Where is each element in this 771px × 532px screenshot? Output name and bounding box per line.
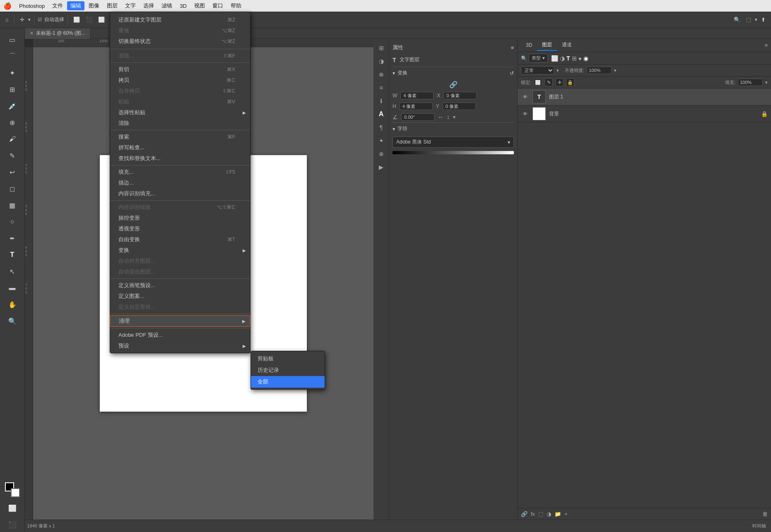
- menu-free-transform[interactable]: 自由变换 ⌘T: [110, 234, 250, 245]
- tab-3d[interactable]: 3D: [521, 41, 537, 50]
- align-right-icon[interactable]: ⬜: [96, 15, 107, 24]
- layer-comps-icon[interactable]: ≡: [376, 82, 387, 93]
- purge-clipboard[interactable]: 剪贴板: [251, 353, 325, 364]
- paragraph-icon[interactable]: ¶: [376, 122, 387, 133]
- purge-history[interactable]: 历史记录: [251, 364, 325, 376]
- menu-redo[interactable]: 重做 ⌥⌘Z: [110, 25, 250, 36]
- tab-layers[interactable]: 图层: [537, 40, 557, 51]
- menu-content-aware-scale[interactable]: 内容识别缩放 ⌥⇧⌘C: [110, 202, 250, 213]
- font-selector[interactable]: Adobe 黑体 Std ▾: [393, 137, 514, 148]
- menu-purge[interactable]: 清理: [110, 315, 250, 327]
- adjustments-icon[interactable]: ◑: [376, 55, 387, 67]
- link-icon[interactable]: 🔗: [449, 81, 458, 89]
- screen-mode-toggle[interactable]: ⬛: [5, 517, 20, 532]
- menu-transform[interactable]: 变换: [110, 245, 250, 256]
- info-icon[interactable]: ℹ: [376, 95, 387, 107]
- workspace-icon[interactable]: ⬚: [744, 15, 753, 24]
- document-tab[interactable]: ✕ 未标题-1 @ 60% (图...: [25, 28, 91, 39]
- menu-findreplace[interactable]: 查找和替换文本...: [110, 153, 250, 164]
- select-rectangle-tool[interactable]: ▭: [5, 32, 20, 47]
- transform-reset-icon[interactable]: ↺: [510, 70, 514, 76]
- menu-presets[interactable]: 预设: [110, 340, 250, 351]
- home-icon[interactable]: ⌂: [3, 15, 11, 24]
- y-input[interactable]: [443, 103, 476, 110]
- text-tool[interactable]: T: [5, 247, 20, 262]
- menu-image[interactable]: 图像: [85, 1, 103, 10]
- filter-toggle[interactable]: ◉: [583, 55, 588, 62]
- magic-wand-tool[interactable]: ✦: [5, 65, 20, 80]
- dodge-tool[interactable]: ○: [5, 214, 20, 229]
- auto-select-checkbox[interactable]: ☑: [38, 17, 42, 22]
- blend-mode-select[interactable]: 正常: [521, 66, 554, 74]
- properties-icon[interactable]: ⊞: [376, 42, 387, 54]
- add-mask-icon[interactable]: ⬚: [538, 511, 543, 517]
- menu-window[interactable]: 窗口: [209, 1, 226, 10]
- history-brush-tool[interactable]: ↩: [5, 165, 20, 180]
- foreground-background-colors[interactable]: [5, 482, 20, 497]
- angle-input[interactable]: [401, 113, 434, 121]
- delete-layer-icon[interactable]: 🗑: [762, 511, 768, 517]
- share-icon[interactable]: ⬆: [759, 15, 768, 24]
- layers-filter-type[interactable]: 类型 ▾: [529, 54, 548, 62]
- layer-visibility-icon-1[interactable]: 👁: [521, 94, 529, 100]
- timeline-label[interactable]: 时间轴: [752, 523, 766, 529]
- char-section-header[interactable]: ▾ 字符: [393, 122, 514, 135]
- menu-edit[interactable]: 编辑: [67, 1, 84, 10]
- lock-position-btn[interactable]: ✎: [545, 78, 553, 86]
- properties-menu-icon[interactable]: ≡: [511, 45, 514, 51]
- crop-tool[interactable]: ⊞: [5, 82, 20, 97]
- align-left-icon[interactable]: ⬜: [71, 15, 82, 24]
- quick-mask-toggle[interactable]: ⬜: [5, 501, 20, 515]
- transform-icon[interactable]: ⊕: [376, 148, 387, 160]
- opacity-dropdown-icon[interactable]: ▾: [614, 68, 617, 73]
- align-center-icon[interactable]: ⬛: [84, 15, 94, 24]
- fill-dropdown-icon[interactable]: ▾: [765, 80, 768, 85]
- fill-input[interactable]: [738, 79, 763, 86]
- layer-row-2[interactable]: 👁 背景 🔒: [518, 105, 771, 122]
- filter-shape-icon[interactable]: ⊞: [572, 55, 577, 62]
- menu-fill[interactable]: 填充... ⇧F5: [110, 167, 250, 177]
- lasso-tool[interactable]: ⌒: [5, 49, 20, 64]
- transform-section-header[interactable]: ▾ 变换 ↺: [393, 67, 514, 79]
- menu-copy[interactable]: 拷贝 ⌘C: [110, 75, 250, 86]
- filter-adj-icon[interactable]: ◑: [560, 55, 565, 62]
- flip-h-icon[interactable]: ↔: [438, 114, 443, 120]
- menu-cut[interactable]: 剪切 ⌘X: [110, 64, 250, 75]
- workspace-dropdown[interactable]: ▾: [755, 17, 757, 22]
- menu-select[interactable]: 选择: [140, 1, 157, 10]
- eraser-tool[interactable]: ◻: [5, 181, 20, 196]
- purge-all[interactable]: 全部: [251, 376, 325, 388]
- menu-puppet-warp[interactable]: 操控变形: [110, 213, 250, 223]
- search-icon[interactable]: 🔍: [732, 15, 742, 24]
- rectangle-shape-tool[interactable]: ▬: [5, 280, 20, 295]
- eyedropper-tool[interactable]: 💉: [5, 98, 20, 113]
- pen-tool[interactable]: ✒: [5, 231, 20, 246]
- menu-photoshop[interactable]: Photoshop: [16, 2, 48, 10]
- healing-tool[interactable]: ⊕: [5, 115, 20, 130]
- menu-auto-align[interactable]: 自动对齐图层...: [110, 256, 250, 266]
- add-style-icon[interactable]: fx: [531, 511, 535, 517]
- lock-pixels-btn[interactable]: ⬜: [534, 78, 542, 86]
- actions-icon[interactable]: ▶: [376, 161, 387, 173]
- menu-search[interactable]: 搜索 ⌘F: [110, 132, 250, 142]
- menu-pdf-presets[interactable]: Adobe PDF 预设...: [110, 330, 250, 340]
- zoom-tool[interactable]: 🔍: [5, 314, 20, 328]
- brush-tool[interactable]: 🖌: [5, 132, 20, 146]
- filter-smart-icon[interactable]: ●: [578, 55, 582, 62]
- clone-tool[interactable]: ✎: [5, 148, 20, 163]
- menu-perspective-warp[interactable]: 透视变形: [110, 223, 250, 234]
- tab-channels[interactable]: 通道: [557, 40, 577, 51]
- tab-close-icon[interactable]: ✕: [30, 31, 34, 36]
- x-input[interactable]: [443, 92, 477, 99]
- hand-tool[interactable]: ✋: [5, 297, 20, 312]
- opacity-input[interactable]: [587, 67, 612, 74]
- transform-more-icon[interactable]: ▾: [453, 114, 455, 120]
- menu-paste[interactable]: 粘贴 ⌘V: [110, 96, 250, 107]
- lock-all-btn[interactable]: 🔒: [566, 78, 574, 86]
- char-styles-icon[interactable]: ✦: [376, 135, 387, 146]
- layer-visibility-icon-2[interactable]: 👁: [521, 111, 529, 117]
- h-input[interactable]: [400, 103, 433, 110]
- menu-toggle-state[interactable]: 切换最终状态 ⌥⌘Z: [110, 36, 250, 47]
- menu-merge-copy[interactable]: 合并拷贝 ⇧⌘C: [110, 86, 250, 96]
- menu-content-aware-fill[interactable]: 内容识别填充...: [110, 188, 250, 199]
